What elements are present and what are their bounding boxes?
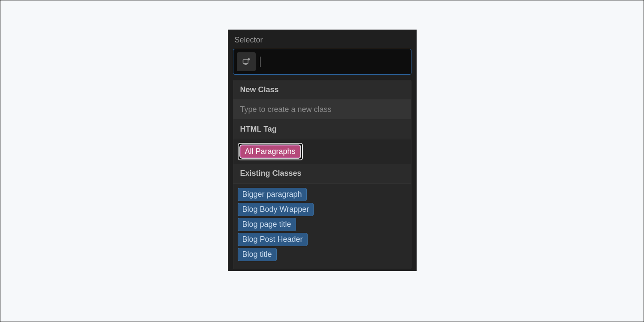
state-icon-button[interactable] xyxy=(237,52,256,71)
svg-rect-0 xyxy=(243,60,248,63)
existing-classes-list: Bigger paragraph Blog Body Wrapper Blog … xyxy=(233,184,411,269)
html-tag-row: All Paragraphs xyxy=(233,139,411,164)
new-class-header: New Class xyxy=(233,80,411,100)
class-chip[interactable]: Blog Body Wrapper xyxy=(238,203,314,216)
new-class-hint[interactable]: Type to create a new class xyxy=(233,100,411,120)
selector-panel: Selector New Class Type to create a new … xyxy=(228,30,417,271)
class-chip[interactable]: Blog title xyxy=(238,248,277,261)
selector-dropdown: New Class Type to create a new class HTM… xyxy=(233,80,411,269)
class-chip[interactable]: Blog Post Header xyxy=(238,233,308,246)
device-icon xyxy=(242,57,251,66)
selector-label: Selector xyxy=(233,36,411,45)
selector-input[interactable] xyxy=(260,52,408,72)
html-tag-header: HTML Tag xyxy=(233,120,411,139)
svg-point-2 xyxy=(248,58,250,60)
selector-input-container[interactable] xyxy=(233,49,411,75)
svg-rect-1 xyxy=(244,64,246,65)
class-chip[interactable]: Bigger paragraph xyxy=(238,188,307,201)
existing-classes-header: Existing Classes xyxy=(233,164,411,184)
html-tag-chip[interactable]: All Paragraphs xyxy=(240,145,300,158)
html-tag-chip-outline: All Paragraphs xyxy=(238,143,303,160)
class-chip[interactable]: Blog page title xyxy=(238,218,296,231)
